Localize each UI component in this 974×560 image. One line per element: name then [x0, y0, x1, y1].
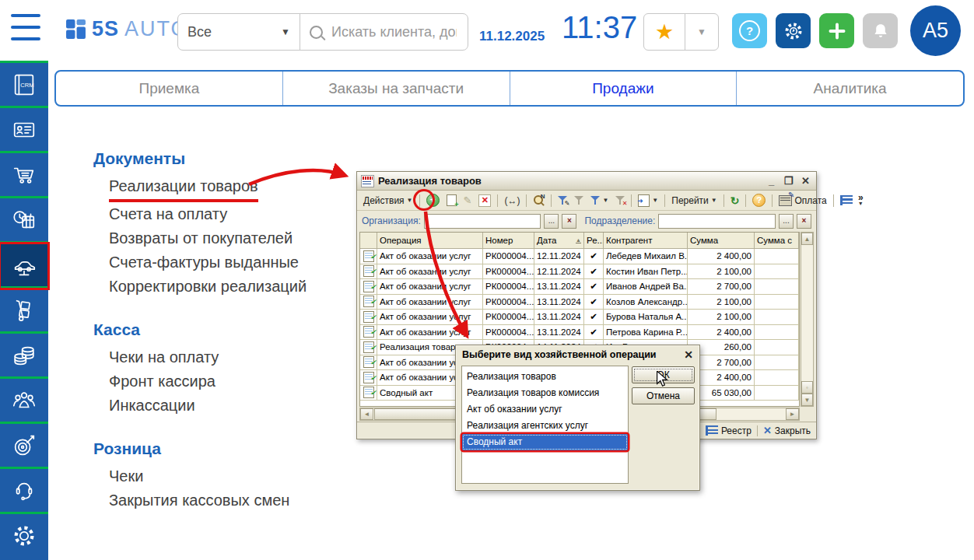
tab-analitika[interactable]: Аналитика [736, 72, 963, 105]
structure-button[interactable] [837, 191, 856, 209]
help-button[interactable]: ? [732, 13, 767, 48]
list-item-svodnyj-akt[interactable]: Сводный акт [462, 434, 628, 450]
add-icon: + [426, 194, 440, 207]
output-list-button[interactable]: ▼ [635, 191, 661, 209]
notifications-button[interactable] [863, 13, 898, 48]
add-row-button[interactable]: + [423, 191, 443, 209]
header-sum[interactable]: Сумма [688, 233, 755, 249]
sidebar-item-warehouse[interactable] [0, 289, 48, 334]
toolbar-overflow-button[interactable]: »▼ [858, 194, 864, 207]
sidebar-item-settings[interactable] [0, 514, 48, 557]
header-operation[interactable]: Операция [377, 233, 483, 249]
dept-lookup-button[interactable]: ... [779, 214, 794, 229]
contact-card-icon [11, 117, 37, 143]
filter-settings-button[interactable]: ✎ [555, 191, 570, 209]
window-title-bar[interactable]: Реализация товаров _ ❐ ✕ [357, 172, 816, 191]
tab-zakazy[interactable]: Заказы на запчасти [282, 72, 510, 105]
sidebar-item-marketing[interactable] [0, 424, 48, 469]
header-sum2[interactable]: Сумма с [755, 233, 799, 249]
row-doc-icon [360, 325, 377, 341]
search-input[interactable] [330, 23, 458, 41]
menu-item-scheta-na-oplatu[interactable]: Счета на оплату [109, 202, 358, 226]
favorites-dropdown[interactable]: ▼ [685, 14, 718, 50]
copy-row-button[interactable]: + [443, 191, 460, 209]
sidebar-item-support[interactable] [0, 469, 48, 514]
table-row[interactable]: Акт об оказании услуг РК000004... 13.11.… [360, 279, 799, 295]
menu-item-label: Закрытия кассовых смен [109, 492, 289, 509]
sidebar-item-staff[interactable] [0, 379, 48, 424]
cancel-button[interactable]: Отмена [632, 387, 695, 404]
vertical-scrollbar[interactable]: ▲ ◦ ▼ [801, 232, 814, 407]
ok-button[interactable]: ОК [632, 366, 695, 383]
close-button[interactable]: ✕ [799, 175, 812, 187]
clear-filter-button[interactable]: ✕ [612, 191, 628, 209]
user-avatar[interactable]: A5 [910, 5, 961, 56]
header-date[interactable]: Дата▲ [534, 233, 584, 249]
header-icon-column[interactable] [360, 233, 377, 249]
menu-item-korrektirovki[interactable]: Корректировки реализаций [109, 275, 358, 299]
menu-item-scheta-faktury[interactable]: Счета-фактуры выданные [109, 250, 358, 275]
org-filter-input[interactable] [424, 214, 541, 229]
hamburger-menu-icon[interactable] [11, 14, 40, 40]
filter-history-button[interactable]: ▼ [587, 191, 611, 209]
header-number[interactable]: Номер [483, 233, 534, 249]
scroll-up-icon[interactable]: ▲ [801, 233, 813, 245]
menu-item-realizacii-tovarov[interactable]: Реализации товаров [109, 174, 358, 202]
menu-item-inkassacii[interactable]: Инкассации [109, 394, 358, 418]
dialog-close-button[interactable]: ✕ [684, 348, 693, 361]
refresh-button[interactable]: ↻ [727, 191, 743, 209]
search-scope-dropdown[interactable]: Все ▼ [178, 14, 300, 50]
header-contragent[interactable]: Контрагент [604, 233, 688, 249]
scroll-left-icon[interactable]: ◄ [360, 408, 373, 420]
minimize-button[interactable]: _ [765, 175, 778, 187]
scroll-right-icon[interactable]: ► [786, 408, 799, 420]
column-width-button[interactable]: (↔) [501, 191, 523, 209]
maximize-button[interactable]: ❐ [782, 175, 795, 187]
table-row[interactable]: Акт об оказании услуг РК000004... 13.11.… [360, 295, 799, 310]
cell-date: 13.11.2024 [534, 325, 584, 341]
toolbar-separator [497, 194, 498, 207]
table-row[interactable]: Акт об оказании услуг РК000004... 13.11.… [360, 310, 799, 325]
menu-item-vozvraty[interactable]: Возвраты от покупателей [109, 226, 358, 250]
scroll-page-icon[interactable]: ◦ [801, 381, 813, 394]
find-button[interactable]: N [530, 191, 548, 209]
actions-menu-button[interactable]: Действия▼ [360, 191, 416, 209]
menu-section-kassa: Касса Чеки на оплату Фронт кассира Инкас… [93, 320, 358, 418]
menu-item-front-kassira[interactable]: Фронт кассира [109, 369, 358, 394]
menu-item-zakrytiya-smen[interactable]: Закрытия кассовых смен [109, 488, 358, 513]
tab-priemka[interactable]: Приемка [56, 72, 282, 105]
org-lookup-button[interactable]: ... [544, 214, 559, 229]
menu-item-cheki-na-oplatu[interactable]: Чеки на оплату [109, 345, 358, 369]
dept-filter-input[interactable] [658, 214, 776, 229]
list-item-realizaciya-tovarov[interactable]: Реализация товаров [462, 369, 628, 385]
table-row[interactable]: Акт об оказании услуг РК000004... 13.11.… [360, 325, 799, 341]
list-item-akt-uslug[interactable]: Акт об оказании услуг [462, 401, 628, 418]
sidebar-item-service[interactable] [0, 243, 48, 289]
edit-row-button[interactable]: ✎ [461, 191, 475, 209]
favorites-button[interactable]: ★ [644, 14, 685, 50]
scroll-down-icon[interactable]: ▼ [801, 394, 813, 406]
filter-button[interactable] [571, 191, 587, 209]
sidebar-item-clients[interactable] [0, 108, 48, 153]
org-clear-button[interactable]: × [562, 214, 576, 229]
table-row[interactable]: Акт об оказании услуг РК000004... 12.11.… [360, 249, 799, 264]
goto-menu-button[interactable]: Перейти▼ [668, 191, 720, 209]
sidebar-item-schedule[interactable] [0, 198, 48, 243]
add-button[interactable] [819, 13, 854, 48]
tab-prodazhi[interactable]: Продажи [510, 72, 737, 105]
close-list-button[interactable]: ✕ Закрыть [763, 425, 811, 436]
list-item-agentskie[interactable]: Реализация агентских услуг [462, 418, 628, 434]
delete-row-button[interactable]: ✕ [475, 191, 494, 209]
table-row[interactable]: Акт об оказании услуг РК000004... 12.11.… [360, 264, 799, 280]
payment-button[interactable]: Оплата [776, 191, 829, 209]
settings-button[interactable] [776, 13, 811, 48]
register-button[interactable]: Реестр [706, 425, 752, 436]
sidebar-item-crm[interactable]: CRM [0, 63, 48, 108]
menu-item-cheki[interactable]: Чеки [109, 464, 358, 488]
sidebar-item-orders[interactable] [0, 153, 48, 198]
help-button-1c[interactable]: ? [749, 191, 769, 209]
header-posted[interactable]: Ре... [584, 233, 604, 249]
sidebar-item-cash[interactable] [0, 334, 48, 379]
list-item-komissiya[interactable]: Реализация товаров комиссия [462, 385, 628, 401]
dept-clear-button[interactable]: × [797, 214, 811, 229]
